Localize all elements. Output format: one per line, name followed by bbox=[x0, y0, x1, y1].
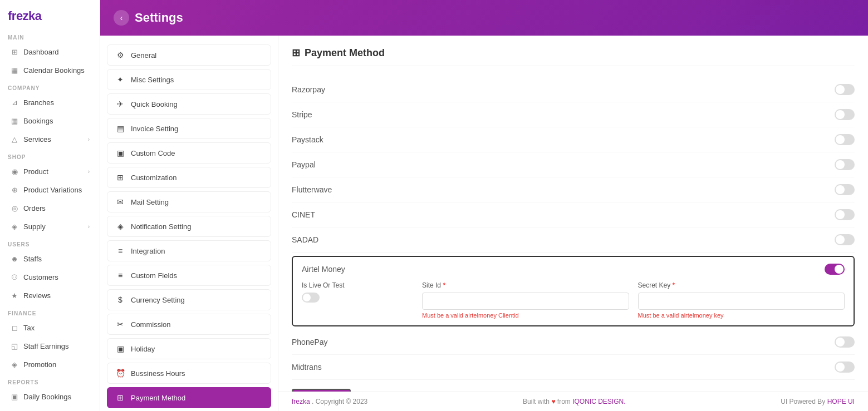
payment-row-phonepay: PhonePay bbox=[292, 330, 855, 355]
chevron-right-icon: › bbox=[88, 169, 90, 175]
sidebar-item-reviews[interactable]: ★ Reviews bbox=[2, 287, 97, 304]
branches-icon: ⊿ bbox=[10, 98, 19, 107]
top-bar: ‹ Settings bbox=[100, 0, 868, 36]
settings-menu-item-custom-fields[interactable]: ≡ Custom Fields bbox=[107, 265, 271, 286]
sadad-toggle[interactable] bbox=[835, 234, 855, 245]
calendar-icon: ▦ bbox=[10, 66, 19, 75]
cinet-label: CINET bbox=[292, 210, 315, 219]
sidebar-item-orders[interactable]: ◎ Orders bbox=[2, 200, 97, 217]
custom-code-icon: ▣ bbox=[115, 148, 125, 157]
secret-key-required: * bbox=[673, 281, 675, 289]
paystack-toggle[interactable] bbox=[835, 134, 855, 145]
sidebar-item-label: Dashboard bbox=[23, 48, 59, 56]
settings-menu-item-custom-code[interactable]: ▣ Custom Code bbox=[107, 142, 271, 164]
sidebar-item-bookings[interactable]: ▦ Bookings bbox=[2, 112, 97, 130]
settings-menu-item-holiday[interactable]: ▣ Holiday bbox=[107, 338, 271, 359]
is-live-toggle[interactable] bbox=[302, 293, 320, 303]
menu-item-label: Quick Booking bbox=[131, 100, 178, 108]
razorpay-label: Razorpay bbox=[292, 85, 325, 94]
flutterwave-toggle[interactable] bbox=[835, 184, 855, 195]
settings-menu-item-invoice[interactable]: ▤ Invoice Setting bbox=[107, 118, 271, 139]
tax-icon: ◻ bbox=[10, 324, 19, 332]
payment-method-title: ⊞ Payment Method bbox=[292, 47, 855, 66]
sidebar-item-dashboard[interactable]: ⊞ Dashboard bbox=[2, 43, 97, 61]
paypal-label: Paypal bbox=[292, 160, 316, 169]
sidebar-item-label: Bookings bbox=[23, 117, 53, 125]
settings-menu-item-quick-booking[interactable]: ✈ Quick Booking bbox=[107, 93, 271, 115]
razorpay-toggle[interactable] bbox=[835, 84, 855, 95]
sidebar-item-label: Branches bbox=[23, 98, 54, 107]
sidebar-item-tax[interactable]: ◻ Tax bbox=[2, 319, 97, 336]
custom-fields-icon: ≡ bbox=[115, 271, 125, 280]
quick-booking-icon: ✈ bbox=[115, 100, 125, 108]
menu-item-label: Invoice Setting bbox=[131, 125, 178, 133]
notification-icon: ◈ bbox=[115, 222, 125, 231]
airtel-header: Airtel Money bbox=[302, 264, 845, 275]
menu-item-label: Commission bbox=[131, 320, 171, 329]
sidebar-item-label: Staff Earnings bbox=[23, 342, 68, 350]
main-content: ‹ Settings ⚙ General ✦ Misc Settings ✈ Q… bbox=[100, 0, 868, 411]
back-button[interactable]: ‹ bbox=[114, 10, 129, 26]
menu-item-label: Misc Settings bbox=[131, 76, 174, 84]
paypal-toggle[interactable] bbox=[835, 159, 855, 170]
footer-built-with: Built with ♥ from IQONIC DESIGN. bbox=[523, 398, 626, 405]
iqonic-link[interactable]: IQONIC DESIGN. bbox=[572, 398, 625, 405]
sidebar: frezka MAIN ⊞ Dashboard ▦ Calendar Booki… bbox=[0, 0, 100, 411]
sidebar-item-label: Product bbox=[23, 167, 48, 176]
sidebar-item-branches[interactable]: ⊿ Branches bbox=[2, 94, 97, 111]
menu-item-label: Integration bbox=[131, 247, 165, 255]
settings-menu-item-integration[interactable]: ≡ Integration bbox=[107, 240, 271, 261]
sidebar-item-customers[interactable]: ⚇ Customers bbox=[2, 269, 97, 286]
section-shop: SHOP bbox=[0, 148, 100, 162]
earnings-icon: ◱ bbox=[10, 342, 19, 350]
menu-item-label: Payment Method bbox=[131, 394, 185, 402]
menu-item-label: General bbox=[131, 51, 156, 60]
sidebar-item-staffs[interactable]: ☻ Staffs bbox=[2, 250, 97, 268]
airtel-label: Airtel Money bbox=[302, 265, 345, 274]
hope-ui-link[interactable]: HOPE UI bbox=[827, 398, 855, 405]
sidebar-item-label: Supply bbox=[23, 222, 46, 231]
sidebar-item-promotion[interactable]: ◈ Promotion bbox=[2, 356, 97, 373]
payment-row-paystack: Paystack bbox=[292, 127, 855, 152]
payment-icon: ⊞ bbox=[115, 393, 125, 402]
settings-menu-item-general[interactable]: ⚙ General bbox=[107, 44, 271, 66]
is-live-group: Is Live Or Test bbox=[302, 281, 413, 303]
sidebar-item-services[interactable]: △ Services › bbox=[2, 131, 97, 148]
site-id-error: Must be a valid airtelmoney Clientid bbox=[422, 312, 629, 319]
sidebar-item-calendar-bookings[interactable]: ▦ Calendar Bookings bbox=[2, 62, 97, 79]
sidebar-item-label: Promotion bbox=[23, 360, 56, 369]
stripe-toggle[interactable] bbox=[835, 109, 855, 120]
sidebar-item-product[interactable]: ◉ Product › bbox=[2, 163, 97, 180]
sidebar-item-label: Staffs bbox=[23, 255, 42, 263]
cinet-toggle[interactable] bbox=[835, 209, 855, 220]
settings-menu-item-business-hours[interactable]: ⏰ Bussiness Hours bbox=[107, 363, 271, 384]
integration-icon: ≡ bbox=[115, 246, 125, 255]
settings-menu-item-customization[interactable]: ⊞ Customization bbox=[107, 167, 271, 188]
airtel-fields: Is Live Or Test Site Id * Must be a vali… bbox=[302, 281, 845, 319]
section-reports: REPORTS bbox=[0, 374, 100, 388]
payment-row-paypal: Paypal bbox=[292, 152, 855, 177]
menu-item-label: Custom Code bbox=[131, 149, 175, 157]
sidebar-item-label: Reviews bbox=[23, 291, 51, 300]
footer-brand-link[interactable]: frezka bbox=[292, 398, 312, 405]
sidebar-item-daily-bookings[interactable]: ▣ Daily Bookings bbox=[2, 388, 97, 405]
settings-menu-item-currency[interactable]: $ Currency Setting bbox=[107, 289, 271, 310]
settings-menu-item-misc[interactable]: ✦ Misc Settings bbox=[107, 69, 271, 90]
payment-row-sadad: SADAD bbox=[292, 227, 855, 252]
settings-menu-item-commission[interactable]: ✂ Commission bbox=[107, 314, 271, 335]
sidebar-item-supply[interactable]: ◈ Supply › bbox=[2, 218, 97, 235]
airtel-toggle[interactable] bbox=[825, 264, 845, 275]
daily-bookings-icon: ▣ bbox=[10, 393, 19, 401]
menu-item-label: Currency Setting bbox=[131, 296, 185, 304]
flutterwave-label: Flutterwave bbox=[292, 185, 332, 194]
phonepay-toggle[interactable] bbox=[835, 336, 855, 348]
settings-menu-item-notification[interactable]: ◈ Notification Setting bbox=[107, 216, 271, 237]
site-id-input[interactable] bbox=[422, 293, 629, 310]
secret-key-input[interactable] bbox=[638, 293, 845, 310]
settings-menu-item-mail[interactable]: ✉ Mail Setting bbox=[107, 191, 271, 212]
sidebar-item-product-variations[interactable]: ⊕ Product Variations bbox=[2, 181, 97, 199]
reviews-icon: ★ bbox=[10, 291, 19, 300]
sidebar-item-staff-earnings[interactable]: ◱ Staff Earnings bbox=[2, 338, 97, 355]
midtrans-toggle[interactable] bbox=[835, 362, 855, 373]
settings-menu-item-payment[interactable]: ⊞ Payment Method bbox=[107, 387, 271, 408]
